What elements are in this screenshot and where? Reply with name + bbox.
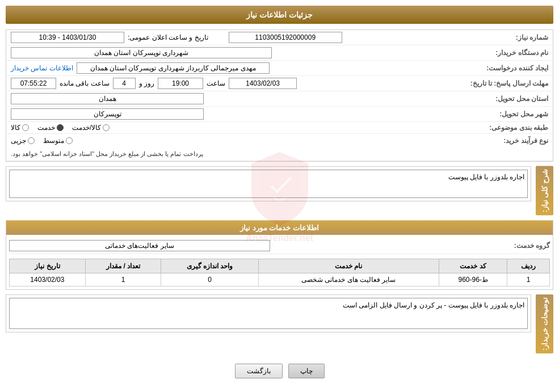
response-days-label: روز و bbox=[139, 79, 154, 87]
province-values: همدان bbox=[11, 93, 480, 104]
service-group-row: گروه خدمت: سایر فعالیت‌های خدماتی bbox=[9, 238, 550, 254]
cell-code: ط-96-960 bbox=[439, 273, 507, 286]
purchase-radio-group: متوسط جزیی bbox=[11, 137, 73, 145]
city-values: توپسرکان bbox=[11, 108, 480, 120]
need-description-box: اجاره بلدوزر با فایل پیوست bbox=[6, 166, 531, 201]
services-title: اطلاعات خدمات مورد نیاز bbox=[6, 221, 553, 235]
city-row: شهر محل تحویل: توپسرکان bbox=[6, 107, 553, 122]
response-time-value: 19:00 bbox=[158, 78, 203, 89]
category-radio-group: کالا/خدمت خدمت کالا bbox=[11, 124, 110, 132]
response-date-value: 1403/02/03 bbox=[229, 78, 297, 89]
response-remaining-value: 07:55:22 bbox=[11, 78, 56, 89]
buyer-notes-content: اجاره بلدوزر با فایل پیوست - پر کردن و ا… bbox=[9, 298, 528, 329]
city-value: توپسرکان bbox=[11, 108, 204, 120]
category-option-kala-khadamat[interactable]: کالا/خدمت bbox=[72, 124, 110, 132]
purchase-type-values: متوسط جزیی پرداخت تمام یا بخشی از مبلغ خ… bbox=[11, 137, 480, 158]
purchase-radio-motavaset bbox=[66, 137, 73, 144]
need-description-section: شرح کلی نیاز: اجاره بلدوزر با فایل پیوست bbox=[6, 166, 553, 216]
services-table-header-row: ردیف کد خدمت نام خدمت واحد اندازه گیری ت… bbox=[10, 259, 550, 273]
button-group: چاپ بازگشت bbox=[6, 358, 553, 384]
service-group-label: گروه خدمت: bbox=[482, 242, 550, 250]
services-section: اطلاعات خدمات مورد نیاز گروه خدمت: سایر … bbox=[6, 220, 553, 290]
back-button[interactable]: بازگشت bbox=[235, 364, 283, 378]
cell-date: 1403/02/03 bbox=[10, 273, 86, 286]
creator-values: مهدی میرجمالی کاربرداز شهرداری توپسرکان … bbox=[11, 62, 480, 74]
need-number-label: شماره نیاز: bbox=[480, 33, 548, 41]
need-number-row: شماره نیاز: 1103005192000009 تاریخ و ساع… bbox=[6, 30, 553, 45]
cell-unit: 0 bbox=[161, 273, 258, 286]
category-option-khadamat[interactable]: خدمت bbox=[37, 124, 64, 132]
category-label: طبقه بندی موضوعی: bbox=[480, 124, 548, 132]
purchase-type-row: نوع فرآیند خرید: متوسط جزیی پرداخت تمام … bbox=[6, 134, 553, 161]
purchase-option-jozi[interactable]: جزیی bbox=[11, 137, 35, 145]
services-table-body: 1 ط-96-960 سایر فعالیت های خدماتی شخصی 0… bbox=[10, 273, 550, 286]
category-row: طبقه بندی موضوعی: کالا/خدمت خدمت کالا bbox=[6, 122, 553, 134]
buyer-org-label: نام دستگاه خریدار: bbox=[480, 49, 548, 57]
category-radio-kala bbox=[22, 124, 29, 131]
category-radio-khadamat bbox=[57, 124, 64, 131]
purchase-radio-jozi bbox=[28, 137, 35, 144]
province-value: همدان bbox=[11, 93, 204, 104]
response-days-value: 4 bbox=[113, 78, 136, 89]
response-deadline-row: مهلت ارسال پاسخ: تا تاریخ: 1403/02/03 سا… bbox=[6, 76, 553, 91]
response-deadline-label: مهلت ارسال پاسخ: تا تاریخ: bbox=[466, 79, 548, 87]
col-row: ردیف bbox=[507, 259, 550, 273]
purchase-label-jozi: جزیی bbox=[11, 137, 26, 145]
contact-link[interactable]: اطلاعات تماس خریدار bbox=[11, 64, 73, 72]
category-label-kala: کالا bbox=[11, 124, 20, 132]
col-date: تاریخ نیاز bbox=[10, 259, 86, 273]
need-description-content: اجاره بلدوزر با فایل پیوست bbox=[9, 170, 528, 198]
services-inner: گروه خدمت: سایر فعالیت‌های خدماتی ردیف ک… bbox=[6, 235, 553, 289]
buyer-notes-title: توضیحات خریدار: bbox=[536, 294, 553, 353]
announce-datetime-value: 1403/01/30 - 10:39 bbox=[11, 32, 124, 43]
category-label-kala-khadamat: کالا/خدمت bbox=[72, 124, 101, 132]
announce-datetime-label: تاریخ و ساعت اعلان عمومی: bbox=[128, 33, 208, 41]
buyer-org-row: نام دستگاه خریدار: شهرداری توپسرکان استا… bbox=[6, 45, 553, 61]
page-title: جزئیات اطلاعات نیاز bbox=[6, 6, 553, 24]
cell-name: سایر فعالیت های خدماتی شخصی bbox=[258, 273, 439, 286]
services-table: ردیف کد خدمت نام خدمت واحد اندازه گیری ت… bbox=[9, 259, 550, 286]
category-label-khadamat: خدمت bbox=[37, 124, 55, 132]
city-label: شهر محل تحویل: bbox=[480, 110, 548, 118]
creator-label: ایجاد کننده درخواست: bbox=[480, 64, 548, 72]
province-label: استان محل تحویل: bbox=[480, 95, 548, 103]
purchase-label-motavaset: متوسط bbox=[43, 137, 64, 145]
creator-value: مهدی میرجمالی کاربرداز شهرداری توپسرکان … bbox=[77, 62, 270, 74]
category-values: کالا/خدمت خدمت کالا bbox=[11, 124, 480, 132]
province-row: استان محل تحویل: همدان bbox=[6, 91, 553, 107]
cell-row: 1 bbox=[507, 273, 550, 286]
page-container: AnaaTender.net جزئیات اطلاعات نیاز شماره… bbox=[0, 0, 559, 392]
buyer-org-values: شهرداری توپسرکان استان همدان bbox=[11, 47, 480, 58]
service-group-values: سایر فعالیت‌های خدماتی bbox=[9, 240, 482, 251]
table-row: 1 ط-96-960 سایر فعالیت های خدماتی شخصی 0… bbox=[10, 273, 550, 286]
category-option-kala[interactable]: کالا bbox=[11, 124, 29, 132]
buyer-org-value: شهرداری توپسرکان استان همدان bbox=[11, 47, 272, 58]
response-time-label: ساعت bbox=[207, 79, 225, 87]
service-group-value: سایر فعالیت‌های خدماتی bbox=[9, 240, 270, 251]
purchase-description: پرداخت تمام یا بخشی از مبلغ خریداز محل "… bbox=[11, 150, 203, 158]
services-table-header: ردیف کد خدمت نام خدمت واحد اندازه گیری ت… bbox=[10, 259, 550, 273]
col-code: کد خدمت bbox=[439, 259, 507, 273]
col-qty: تعداد / مقدار bbox=[85, 259, 161, 273]
cell-qty: 1 bbox=[85, 273, 161, 286]
buyer-notes-section: توضیحات خریدار: اجاره بلدوزر با فایل پیو… bbox=[6, 294, 553, 353]
need-description-title: شرح کلی نیاز: bbox=[536, 166, 553, 216]
info-section: شماره نیاز: 1103005192000009 تاریخ و ساع… bbox=[6, 29, 553, 162]
response-remaining-label: ساعت باقی مانده bbox=[60, 79, 110, 87]
col-name: نام خدمت bbox=[258, 259, 439, 273]
need-number-value: 1103005192000009 bbox=[229, 32, 342, 43]
purchase-option-motavaset[interactable]: متوسط bbox=[43, 137, 73, 145]
purchase-type-label: نوع فرآیند خرید: bbox=[480, 137, 548, 145]
category-radio-kala-khadamat bbox=[103, 124, 110, 131]
need-number-values: 1103005192000009 تاریخ و ساعت اعلان عموم… bbox=[11, 32, 480, 43]
print-button[interactable]: چاپ bbox=[288, 364, 325, 378]
response-deadline-values: 1403/02/03 ساعت 19:00 روز و 4 ساعت باقی … bbox=[11, 78, 466, 89]
creator-row: ایجاد کننده درخواست: مهدی میرجمالی کاربر… bbox=[6, 61, 553, 76]
col-unit: واحد اندازه گیری bbox=[161, 259, 258, 273]
buyer-notes-box: اجاره بلدوزر با فایل پیوست - پر کردن و ا… bbox=[6, 294, 531, 332]
